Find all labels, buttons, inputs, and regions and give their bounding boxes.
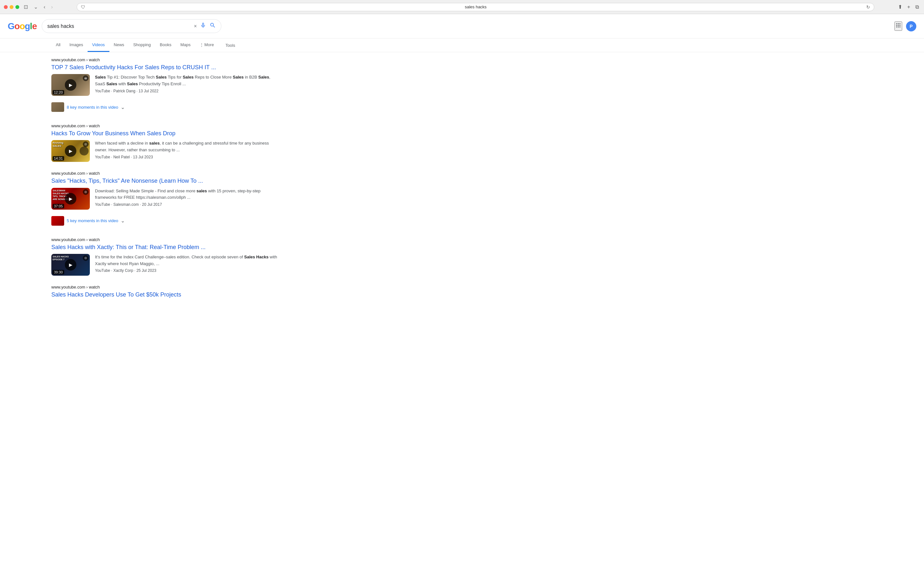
browser-chrome: ⊡ ⌄ ‹ › 🛡 sales hacks ↻ ⬆ + ⧉ (0, 0, 924, 14)
windows-button[interactable]: ⧉ (914, 3, 920, 11)
result-url: www.youtube.com › watch (51, 123, 281, 128)
forward-button[interactable]: › (50, 3, 54, 11)
tab-more[interactable]: ⋮ More (195, 39, 218, 52)
tab-images[interactable]: Images (65, 39, 87, 52)
result-url: www.youtube.com › watch (51, 285, 281, 290)
result-snippet: Sales Tip #1: Discover Top Tech Sales Ti… (95, 74, 281, 87)
video-thumbnail[interactable]: RevivingSALES ▶ 14:31 (51, 140, 90, 162)
voice-search-button[interactable] (200, 22, 206, 30)
play-icon: ▶ (65, 145, 76, 157)
video-thumbnail[interactable]: SALESMANSALES HACKS,TIPS, TRICKSARE NONS… (51, 188, 90, 210)
thumbnail-person (79, 147, 89, 155)
result-snippet: It's time for the Index Card Challenge–s… (95, 254, 281, 268)
avatar[interactable]: P (906, 21, 916, 31)
clear-button[interactable]: × (194, 23, 197, 29)
result-item: www.youtube.com › watch Sales Hacks with… (51, 237, 281, 276)
video-thumbnail[interactable]: SALES HACKSEPISODE 7 ▶ 39:30 (51, 254, 90, 276)
svg-point-4 (84, 257, 87, 259)
quality-badge: HD (83, 75, 89, 81)
tab-news[interactable]: News (110, 39, 129, 52)
browser-right-controls: ⬆ + ⧉ (897, 3, 920, 11)
video-duration: 12:20 (53, 90, 64, 95)
result-meta: YouTube · Xactly Corp · 25 Jul 2023 (95, 268, 281, 273)
result-snippet: Download: Selling Made Simple - Find and… (95, 188, 281, 201)
result-body: RevivingSALES ▶ 14:31 When faced with a … (51, 140, 281, 162)
fullscreen-button[interactable] (15, 5, 19, 9)
key-moments-label[interactable]: 5 key moments in this video (67, 218, 118, 223)
refresh-icon[interactable]: ↻ (866, 5, 870, 10)
dots-icon: ⋮ (200, 42, 204, 47)
result-title[interactable]: Sales Hacks with Xactly: This or That: R… (51, 243, 281, 251)
shield-icon: 🛡 (81, 5, 86, 10)
result-item: www.youtube.com › watch Hacks To Grow Yo… (51, 123, 281, 162)
result-text: Sales Tip #1: Discover Top Tech Sales Ti… (95, 74, 281, 93)
result-title[interactable]: Sales Hacks Developers Use To Get $50k P… (51, 291, 281, 299)
close-button[interactable] (4, 5, 8, 9)
svg-text:HD: HD (84, 77, 87, 79)
result-item: www.youtube.com › watch Sales Hacks Deve… (51, 285, 281, 299)
play-icon: ▶ (65, 259, 76, 271)
result-title[interactable]: Sales "Hacks, Tips, Tricks" Are Nonsense… (51, 177, 281, 185)
result-item: www.youtube.com › watch Sales "Hacks, Ti… (51, 171, 281, 228)
video-duration: 14:31 (53, 156, 64, 161)
result-snippet: When faced with a decline in sales, it c… (95, 140, 281, 153)
tab-shopping[interactable]: Shopping (129, 39, 155, 52)
play-icon: ▶ (65, 79, 76, 91)
key-moments[interactable]: 8 key moments in this video ⌄ (51, 100, 281, 114)
result-text: It's time for the Index Card Challenge–s… (95, 254, 281, 273)
tab-videos[interactable]: Videos (87, 39, 110, 52)
tools-button[interactable]: Tools (221, 39, 240, 52)
tab-all[interactable]: All (51, 39, 65, 52)
result-url: www.youtube.com › watch (51, 237, 281, 242)
apps-button[interactable] (895, 21, 902, 31)
quality-badge (83, 255, 89, 261)
key-moments[interactable]: 5 key moments in this video ⌄ (51, 213, 281, 228)
result-body: SALES HACKSEPISODE 7 ▶ 39:30 It's time f… (51, 254, 281, 276)
chevron-down-icon[interactable]: ⌄ (121, 218, 125, 224)
minimize-button[interactable] (10, 5, 13, 9)
result-meta: YouTube · Neil Patel · 13 Jul 2023 (95, 155, 281, 159)
search-input[interactable] (47, 23, 191, 29)
share-button[interactable]: ⬆ (897, 3, 903, 11)
sidebar-toggle-button[interactable]: ⊡ (23, 3, 29, 11)
search-button[interactable] (210, 22, 216, 30)
tab-books[interactable]: Books (155, 39, 176, 52)
video-duration: 37:05 (53, 204, 64, 208)
result-body: SALESMANSALES HACKS,TIPS, TRICKSARE NONS… (51, 188, 281, 210)
tab-maps[interactable]: Maps (176, 39, 195, 52)
result-item: www.youtube.com › watch TOP 7 Sales Prod… (51, 57, 281, 114)
key-moments-thumbnail (51, 102, 64, 112)
key-moments-label[interactable]: 8 key moments in this video (67, 105, 118, 110)
new-tab-button[interactable]: + (906, 3, 911, 11)
svg-point-2 (84, 143, 87, 145)
address-text: sales hacks (87, 5, 864, 9)
nav-tabs: All Images Videos News Shopping Books Ma… (0, 39, 924, 52)
video-thumbnail[interactable]: ▶ 12:20 HD (51, 74, 90, 96)
results-container: www.youtube.com › watch TOP 7 Sales Prod… (0, 52, 289, 316)
svg-point-3 (84, 191, 87, 193)
result-title[interactable]: Hacks To Grow Your Business When Sales D… (51, 129, 281, 137)
video-duration: 39:30 (53, 270, 64, 274)
quality-badge (83, 189, 89, 195)
key-moments-thumbnail (51, 216, 64, 226)
quality-badge (83, 141, 89, 147)
thumbnail-overlay-text: RevivingSALES (53, 141, 63, 147)
result-url: www.youtube.com › watch (51, 57, 281, 62)
back-button[interactable]: ‹ (42, 3, 47, 11)
result-title[interactable]: TOP 7 Sales Productivity Hacks For Sales… (51, 63, 281, 71)
traffic-lights (4, 5, 19, 9)
result-text: When faced with a decline in sales, it c… (95, 140, 281, 159)
result-meta: YouTube · Patrick Dang · 13 Jul 2022 (95, 89, 281, 93)
search-box[interactable]: × (42, 19, 221, 33)
address-bar[interactable]: 🛡 sales hacks ↻ (77, 3, 874, 11)
play-icon: ▶ (65, 193, 76, 205)
chevron-down-icon[interactable]: ⌄ (32, 3, 39, 11)
google-logo[interactable]: Google (8, 21, 37, 31)
header-right: P (895, 21, 916, 31)
result-meta: YouTube · Salesman.com · 20 Jul 2017 (95, 202, 281, 207)
result-body: ▶ 12:20 HD Sales Tip #1: Discover Top Te… (51, 74, 281, 96)
result-url: www.youtube.com › watch (51, 171, 281, 176)
google-header: Google × P (0, 14, 924, 39)
chevron-down-icon[interactable]: ⌄ (121, 104, 125, 110)
result-text: Download: Selling Made Simple - Find and… (95, 188, 281, 207)
